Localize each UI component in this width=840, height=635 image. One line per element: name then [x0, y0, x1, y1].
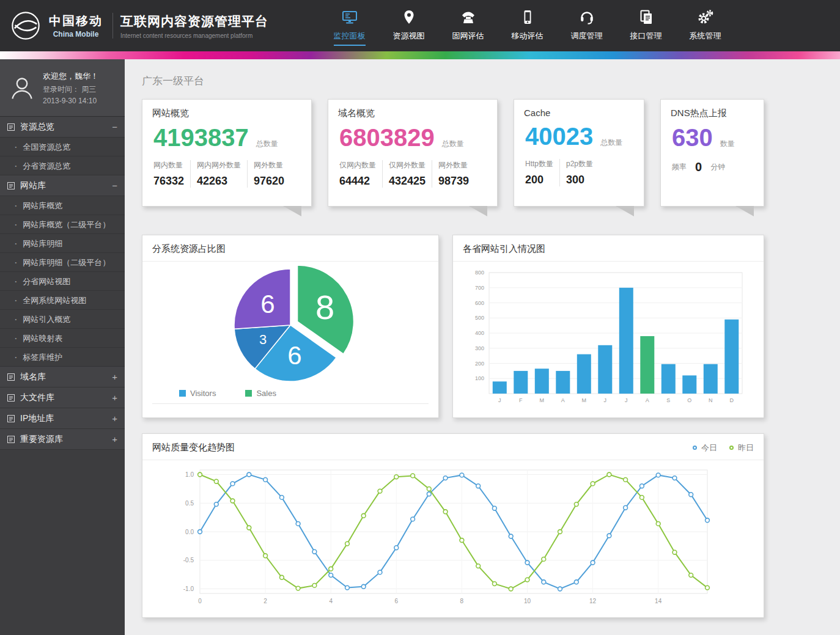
sidebar-group-important-resource-lib[interactable]: 重要资源库+	[0, 429, 125, 450]
data-point	[607, 472, 611, 477]
china-mobile-logo-icon	[10, 10, 42, 42]
card-stat: 网内数量76332	[152, 160, 190, 188]
sidebar-item-website-lib-3[interactable]: 网站库明细（二级平台）	[0, 253, 125, 272]
sidebar-group-label: 资源总览	[20, 122, 54, 133]
nav-item-dispatch-mgmt[interactable]: 调度管理	[557, 6, 616, 46]
expand-plus-icon[interactable]: +	[112, 413, 117, 424]
card-stat: 频率0分钟	[671, 160, 731, 174]
bar-11-D[interactable]	[724, 320, 739, 394]
sidebar-group-ip-address-lib[interactable]: IP地址库+	[0, 408, 125, 429]
sidebar-item-website-lib-6[interactable]: 网站引入概览	[0, 310, 125, 329]
data-point	[296, 522, 300, 526]
card-fold-corner	[283, 206, 301, 216]
data-point	[542, 557, 546, 562]
menu-grid-icon	[7, 415, 15, 422]
bar-2-M[interactable]	[535, 369, 549, 394]
sidebar-item-resource-overview-1[interactable]: 分省资源总览	[0, 156, 125, 175]
data-point	[509, 534, 513, 538]
sidebar-item-website-lib-5[interactable]: 全网系统网站视图	[0, 291, 125, 310]
bar-5-J[interactable]	[598, 345, 612, 394]
sidebar-group-domain-lib[interactable]: 域名库+	[0, 367, 125, 387]
bar-0-J[interactable]	[493, 381, 507, 394]
nav-item-fixednet-eval[interactable]: 固网评估	[438, 6, 498, 46]
expand-plus-icon[interactable]: +	[112, 392, 117, 403]
data-point	[542, 580, 546, 584]
x-tick-label: F	[519, 397, 523, 403]
data-point	[329, 567, 333, 571]
sidebar-item-website-lib-1[interactable]: 网站库概览（二级平台）	[0, 215, 125, 234]
page-title: 广东一级平台	[142, 74, 764, 88]
sidebar: 欢迎您，魏华！ 登录时间： 周三 2013-9-30 14:10 资源总览−全国…	[0, 59, 125, 635]
top-header: 中国移动 China Mobile 互联网内容资源管理平台 Internet c…	[0, 0, 840, 51]
y-tick-label: 400	[475, 330, 484, 336]
card-stat: 网外数量97620	[247, 160, 290, 188]
nav-item-label: 移动评估	[512, 31, 543, 46]
bar-4-M[interactable]	[577, 354, 591, 394]
bar-6-J[interactable]	[619, 288, 633, 394]
platform-title: 互联网内容资源管理平台	[120, 13, 268, 30]
nav-item-interface-mgmt[interactable]: 接口管理	[616, 6, 676, 46]
bar-7-A[interactable]	[640, 336, 654, 394]
data-point	[230, 499, 235, 503]
user-greeting: 欢迎您，魏华！	[43, 70, 98, 83]
y-tick-label: 500	[475, 315, 484, 321]
bar-chart-mount: 100200300400500600700800JFMAMJJASOND	[453, 262, 764, 412]
y-tick-label: 0.5	[185, 500, 194, 507]
card-big-label: 总数量	[256, 139, 278, 149]
card-big-row: 40023总数量	[525, 123, 634, 150]
pie-slice-label: 8	[315, 288, 334, 326]
bar-1-F[interactable]	[514, 371, 528, 394]
menu-grid-icon	[7, 123, 15, 131]
nav-item-resource-view[interactable]: 资源视图	[379, 6, 438, 46]
sidebar-item-website-lib-4[interactable]: 分省网站视图	[0, 272, 125, 291]
data-point	[640, 496, 644, 500]
sidebar-item-website-lib-7[interactable]: 网站映射表	[0, 329, 125, 348]
sidebar-item-resource-overview-0[interactable]: 全国资源总览	[0, 138, 125, 156]
collapse-minus-icon[interactable]: −	[112, 122, 117, 132]
nav-item-label: 调度管理	[571, 31, 603, 46]
nav-item-system-mgmt[interactable]: 系统管理	[676, 6, 735, 46]
nav-item-label: 固网评估	[452, 31, 484, 46]
bar-9-O[interactable]	[682, 375, 696, 394]
sidebar-menu-group: IP地址库+	[0, 408, 125, 429]
data-point	[411, 517, 415, 521]
sidebar-item-website-lib-8[interactable]: 标签库维护	[0, 348, 125, 367]
sidebar-group-resource-overview[interactable]: 资源总览−	[0, 117, 125, 138]
data-point	[443, 476, 448, 480]
card-fold-corner	[469, 206, 487, 216]
stat-card-website-overview: 网站概览4193837总数量网内数量76332网内网外数量42263网外数量97…	[142, 99, 312, 207]
data-point	[312, 584, 317, 588]
collapse-minus-icon[interactable]: −	[112, 180, 117, 191]
sidebar-menu: 资源总览−全国资源总览分省资源总览网站库−网站库概览网站库概览（二级平台）网站库…	[0, 117, 125, 450]
sidebar-item-website-lib-2[interactable]: 网站库明细	[0, 234, 125, 253]
y-tick-label: 1.0	[185, 471, 194, 478]
legend-dot	[729, 446, 734, 450]
expand-plus-icon[interactable]: +	[112, 372, 117, 382]
expand-plus-icon[interactable]: +	[112, 434, 117, 444]
brand-names: 中国移动 China Mobile	[49, 13, 113, 39]
y-tick-label: 100	[475, 375, 484, 381]
nav-item-dashboard[interactable]: 监控面板	[320, 6, 379, 46]
data-point	[476, 564, 481, 568]
sidebar-group-label: IP地址库	[20, 413, 54, 424]
sidebar-group-website-lib[interactable]: 网站库−	[0, 175, 125, 196]
bar-10-N[interactable]	[704, 364, 718, 394]
x-tick-label: J	[625, 397, 628, 403]
x-tick-label: 8	[460, 598, 464, 604]
bar-3-A[interactable]	[556, 371, 570, 394]
sidebar-group-bigfile-lib[interactable]: 大文件库+	[0, 387, 125, 408]
data-point	[312, 549, 317, 554]
bar-8-S[interactable]	[661, 364, 676, 394]
data-point	[525, 560, 529, 565]
app-root: 中国移动 China Mobile 互联网内容资源管理平台 Internet c…	[0, 0, 840, 635]
gears-icon	[676, 8, 735, 26]
user-info: 欢迎您，魏华！ 登录时间： 周三 2013-9-30 14:10	[43, 70, 98, 106]
documents-icon	[616, 8, 676, 26]
nav-item-mobile-eval[interactable]: 移动评估	[498, 6, 557, 46]
data-point	[624, 478, 628, 482]
sidebar-item-website-lib-0[interactable]: 网站库概览	[0, 196, 125, 215]
login-time-value: 2013-9-30 14:10	[43, 95, 98, 107]
card-stat: 网内网外数量42263	[190, 160, 247, 188]
data-point	[443, 510, 448, 514]
card-big-label: 总数量	[442, 139, 464, 149]
